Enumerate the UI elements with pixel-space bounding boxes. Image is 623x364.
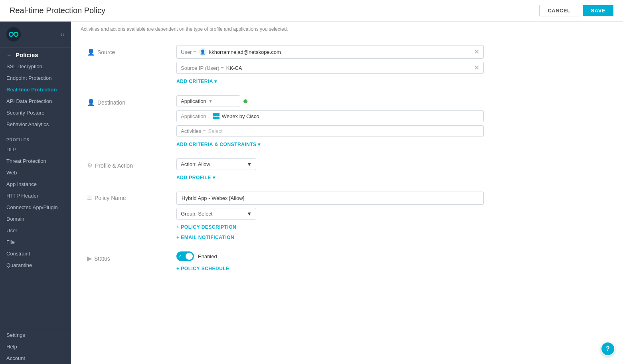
save-button[interactable]: SAVE [583, 5, 613, 16]
profile-action-controls: Action: Allow ▼ ADD PROFILE ▾ [176, 158, 607, 180]
sidebar-item-http-header[interactable]: HTTP Header [0, 190, 71, 202]
add-policy-description-button[interactable]: + POLICY DESCRIPTION [176, 224, 607, 230]
form-area: 👤 Source User = 👤 kkhorramnejad@netskope… [71, 37, 623, 291]
top-bar-actions: CANCEL SAVE [539, 5, 613, 16]
destination-icon: 👤 [87, 99, 95, 106]
policy-name-label: ☰ Policy Name [87, 192, 167, 201]
sidebar-item-domain[interactable]: Domain [0, 213, 71, 225]
source-ip-field-label: Source IP (User) = [181, 65, 224, 71]
activities-field-row: Activities = Select [176, 125, 484, 137]
status-toggle[interactable]: ✓ [176, 251, 194, 261]
sidebar-item-behavior-analytics[interactable]: Behavior Analytics [0, 119, 71, 130]
sidebar-item-quarantine[interactable]: Quarantine [0, 259, 71, 271]
policy-name-controls: Group: Select ▼ + POLICY DESCRIPTION + E… [176, 192, 607, 240]
policy-name-input[interactable] [176, 192, 484, 205]
profile-action-label: ⚙ Profile & Action [87, 158, 167, 169]
profile-action-section: ⚙ Profile & Action Action: Allow ▼ ADD P… [87, 158, 607, 180]
activities-field-value: Select [208, 128, 223, 134]
add-profile-button[interactable]: ADD PROFILE ▾ [176, 175, 607, 180]
sidebar-item-settings[interactable]: Settings [0, 329, 71, 341]
source-ip-field-inner: Source IP (User) = KK-CA [181, 65, 471, 71]
activities-field-inner: Activities = Select [181, 128, 479, 134]
sidebar-item-dlp[interactable]: DLP [0, 144, 71, 155]
sidebar-item-constraint[interactable]: Constraint [0, 248, 71, 259]
destination-section: 👤 Destination Application ▼ [87, 95, 607, 147]
cancel-button[interactable]: CANCEL [539, 5, 579, 16]
sidebar-item-app-instance[interactable]: App Instance [0, 178, 71, 190]
application-field-value: Webex by Cisco [222, 113, 259, 119]
action-dropdown[interactable]: Action: Allow ▼ [176, 158, 256, 170]
status-label: ▶ Status [87, 251, 167, 262]
logo-icon [6, 27, 21, 42]
destination-type-chevron: ▼ [209, 99, 213, 103]
app-grid-icon [213, 113, 220, 119]
profile-action-icon: ⚙ [87, 162, 93, 169]
application-field-row: Application = Webex by Cisco [176, 110, 484, 122]
destination-status-dot [243, 99, 247, 103]
group-dropdown[interactable]: Group: Select ▼ [176, 208, 256, 220]
application-field-inner: Application = Webex by Cisco [181, 113, 479, 119]
sidebar-section-label: Policies [16, 51, 38, 58]
source-section: 👤 Source User = 👤 kkhorramnejad@netskope… [87, 45, 607, 84]
destination-type-value: Application [181, 98, 206, 104]
status-controls: ✓ Enabled + POLICY SCHEDULE [176, 251, 607, 271]
destination-controls: Application ▼ Application = Webex by Ci [176, 95, 607, 147]
sidebar-item-web[interactable]: Web [0, 167, 71, 178]
source-ip-field-value: KK-CA [226, 65, 242, 71]
source-controls: User = 👤 kkhorramnejad@netskope.com ✕ So… [176, 45, 607, 84]
svg-point-0 [9, 32, 13, 36]
sidebar-bottom: Settings Help Account [0, 329, 71, 364]
sidebar-item-account[interactable]: Account [0, 352, 71, 364]
status-enabled-label: Enabled [198, 253, 217, 259]
sidebar-item-help[interactable]: Help [0, 341, 71, 352]
sidebar-item-connected-app[interactable]: Connected App/Plugin [0, 202, 71, 213]
destination-type-row: Application ▼ [176, 95, 484, 107]
status-toggle-wrapper: ✓ Enabled [176, 251, 607, 261]
source-label: 👤 Source [87, 45, 167, 56]
source-ip-field-close-button[interactable]: ✕ [474, 65, 479, 71]
policy-name-icon: ☰ [87, 195, 92, 201]
user-field-inner: User = 👤 kkhorramnejad@netskope.com [181, 48, 471, 56]
sidebar-item-realtime-protection[interactable]: Real-time Protection [0, 84, 71, 95]
collapse-button[interactable]: ‹‹ [60, 31, 65, 38]
status-icon: ▶ [87, 255, 92, 262]
sub-header: Activities and actions available are dep… [71, 22, 623, 37]
top-bar: Real-time Protection Policy CANCEL SAVE [0, 0, 623, 22]
user-avatar-icon: 👤 [199, 48, 207, 56]
group-dropdown-chevron: ▼ [247, 211, 252, 217]
back-arrow[interactable]: ← [6, 51, 12, 58]
action-dropdown-chevron: ▼ [247, 161, 252, 167]
sidebar-item-threat-protection[interactable]: Threat Protection [0, 155, 71, 167]
sidebar-item-user[interactable]: User [0, 225, 71, 236]
destination-label: 👤 Destination [87, 95, 167, 106]
add-email-notification-button[interactable]: + EMAIL NOTIFICATION [176, 235, 607, 240]
sidebar: ‹‹ ← Policies SSL Decryption Endpoint Pr… [0, 22, 71, 364]
user-field-value: kkhorramnejad@netskope.com [209, 49, 281, 55]
sidebar-item-security-posture[interactable]: Security Posture [0, 107, 71, 119]
user-field-label: User = [181, 49, 196, 55]
source-icon: 👤 [87, 48, 95, 56]
main-content: Activities and actions available are dep… [71, 22, 623, 364]
action-dropdown-value: Action: Allow [181, 161, 210, 167]
sub-header-text: Activities and actions available are dep… [81, 26, 288, 32]
application-field-label: Application = [181, 113, 211, 119]
source-ip-field-row: Source IP (User) = KK-CA ✕ [176, 62, 484, 74]
add-criteria-constraints-button[interactable]: ADD CRITERIA & CONSTRAINTS ▾ [176, 142, 607, 147]
user-field-close-button[interactable]: ✕ [474, 49, 479, 55]
group-dropdown-value: Group: Select [181, 211, 213, 217]
sidebar-item-endpoint-protection[interactable]: Endpoint Protection [0, 72, 71, 84]
profiles-section-title: PROFILES [0, 132, 71, 144]
page-title: Real-time Protection Policy [10, 6, 105, 15]
destination-type-dropdown[interactable]: Application ▼ [176, 95, 240, 107]
add-criteria-button[interactable]: ADD CRITERIA ▾ [176, 79, 607, 84]
status-section: ▶ Status ✓ Enabled + POLICY SCHEDULE [87, 251, 607, 271]
sidebar-item-ssl-decryption[interactable]: SSL Decryption [0, 61, 71, 72]
sidebar-logo: ‹‹ [0, 22, 71, 47]
toggle-knob [186, 253, 193, 260]
add-policy-schedule-button[interactable]: + POLICY SCHEDULE [176, 266, 607, 271]
sidebar-item-api-data-protection[interactable]: API Data Protection [0, 95, 71, 107]
layout: ‹‹ ← Policies SSL Decryption Endpoint Pr… [0, 22, 623, 364]
sidebar-item-file[interactable]: File [0, 236, 71, 248]
svg-point-1 [14, 32, 18, 36]
help-fab-button[interactable]: ? [601, 342, 615, 356]
